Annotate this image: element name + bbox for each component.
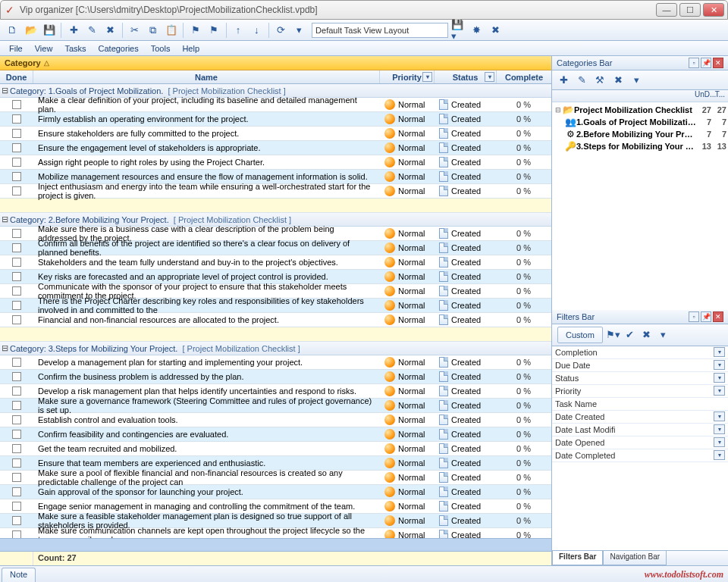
done-cell[interactable]: [0, 471, 33, 484]
task-row[interactable]: Make sure a pool of flexible financial a…: [0, 471, 551, 485]
menu-view[interactable]: View: [29, 42, 59, 55]
checkbox[interactable]: [12, 444, 21, 453]
tab-note[interactable]: Note: [2, 568, 36, 582]
menu-tools[interactable]: Tools: [145, 42, 177, 55]
filter-dropdown-icon[interactable]: ▾: [714, 360, 725, 370]
checkbox[interactable]: [12, 458, 21, 468]
maximize-button[interactable]: ☐: [679, 3, 701, 17]
done-cell[interactable]: [0, 227, 33, 240]
filter-dropdown-icon[interactable]: ▾: [714, 386, 725, 396]
filter-dropdown-icon[interactable]: ▾: [422, 72, 432, 82]
filter-clear-icon[interactable]: ✖: [639, 327, 655, 343]
col-complete[interactable]: Complete: [497, 70, 551, 83]
layout-delete-icon[interactable]: ✖: [487, 22, 503, 39]
custom-filter-button[interactable]: Custom: [557, 327, 603, 343]
cat-tool-icon[interactable]: ⚒: [592, 72, 608, 89]
checkbox[interactable]: [12, 315, 21, 324]
panel-pin-icon[interactable]: 📌: [701, 58, 711, 68]
filter-row[interactable]: Task Name: [552, 398, 728, 411]
checkbox[interactable]: [12, 487, 21, 496]
checkbox[interactable]: [12, 114, 21, 124]
task-row[interactable]: Develop a management plan for starting a…: [0, 355, 551, 370]
panel-close-icon[interactable]: ✕: [713, 311, 723, 322]
save-icon[interactable]: 💾: [41, 22, 57, 39]
filter-dropdown-icon[interactable]: ▾: [714, 373, 725, 383]
tool-icon-2[interactable]: ⚑: [206, 22, 221, 39]
tree-item[interactable]: 🔑3.Steps for Mobilizing Your Pro1313: [554, 140, 726, 152]
menu-tasks[interactable]: Tasks: [58, 42, 92, 55]
open-file-icon[interactable]: 📂: [23, 22, 39, 39]
done-cell[interactable]: [0, 355, 33, 369]
task-row[interactable]: Financial and non-financial resources ar…: [0, 313, 551, 327]
minimize-button[interactable]: —: [656, 3, 677, 17]
category-row[interactable]: ⊟Category: 3.Steps for Mobilizing Your P…: [0, 342, 551, 355]
delete-task-icon[interactable]: ✖: [102, 22, 118, 39]
done-cell[interactable]: [0, 170, 33, 183]
expand-icon[interactable]: ⊟: [554, 106, 562, 114]
filter-more-icon[interactable]: ▾: [655, 327, 672, 343]
checkbox[interactable]: [12, 301, 21, 310]
cat-add-icon[interactable]: ✚: [555, 72, 572, 89]
done-cell[interactable]: [0, 127, 33, 140]
done-cell[interactable]: [0, 241, 33, 255]
checkbox[interactable]: [12, 272, 21, 281]
cat-edit-icon[interactable]: ✎: [573, 72, 590, 89]
done-cell[interactable]: [0, 413, 33, 427]
checkbox[interactable]: [12, 358, 21, 367]
done-cell[interactable]: [0, 399, 33, 412]
done-cell[interactable]: [0, 485, 33, 499]
col-name[interactable]: Name: [33, 70, 380, 83]
layout-selector[interactable]: Default Task View Layout: [312, 23, 448, 38]
filter-dropdown-icon[interactable]: ▾: [714, 450, 725, 460]
checkbox[interactable]: [12, 415, 21, 424]
menu-file[interactable]: File: [3, 42, 29, 55]
task-row[interactable]: Make sure a governance framework (Steeri…: [0, 399, 551, 413]
checkbox[interactable]: [12, 502, 21, 511]
filter-flag-icon[interactable]: ⚑▾: [605, 327, 622, 343]
done-cell[interactable]: [0, 98, 33, 111]
done-cell[interactable]: [0, 427, 33, 441]
done-cell[interactable]: [0, 112, 33, 126]
filter-row[interactable]: Completion▾: [552, 346, 728, 359]
checkbox[interactable]: [12, 186, 21, 196]
checkbox[interactable]: [12, 229, 21, 238]
checkbox[interactable]: [12, 401, 21, 410]
tree-root[interactable]: ⊟📂Project Mobilization Checklist2727: [554, 104, 726, 116]
done-cell[interactable]: [0, 384, 33, 398]
tool-icon-1[interactable]: ⚑: [187, 22, 203, 39]
panel-menu-icon[interactable]: ▫: [689, 311, 699, 322]
task-row[interactable]: Ensure stakeholders are fully committed …: [0, 127, 551, 141]
checkbox[interactable]: [12, 243, 21, 252]
cat-more-icon[interactable]: ▾: [628, 72, 645, 89]
tree-item[interactable]: ⚙2.Before Mobilizing Your Projec77: [554, 128, 726, 140]
layout-save-icon[interactable]: 💾▾: [450, 22, 466, 39]
task-row[interactable]: Firmly establish an operating environmen…: [0, 112, 551, 127]
edit-task-icon[interactable]: ✎: [84, 22, 100, 39]
menu-help[interactable]: Help: [176, 42, 206, 55]
done-cell[interactable]: [0, 270, 33, 283]
done-cell[interactable]: [0, 299, 33, 312]
tab-filters-bar[interactable]: Filters Bar: [552, 551, 603, 565]
done-cell[interactable]: [0, 499, 33, 513]
done-cell[interactable]: [0, 514, 33, 527]
task-row[interactable]: Gain approval of the sponsor for launchi…: [0, 485, 551, 499]
panel-menu-icon[interactable]: ▫: [689, 58, 699, 68]
cut-icon[interactable]: ✂: [127, 22, 143, 39]
new-task-icon[interactable]: ✚: [65, 22, 81, 39]
filter-dropdown-icon[interactable]: ▾: [485, 72, 494, 82]
refresh-icon[interactable]: ⟳: [273, 22, 289, 39]
dropdown-icon[interactable]: ▾: [291, 22, 307, 39]
checkbox[interactable]: [12, 516, 21, 525]
checkbox[interactable]: [12, 286, 21, 296]
done-cell[interactable]: [0, 155, 33, 169]
filter-dropdown-icon[interactable]: ▾: [714, 437, 725, 447]
filter-check-icon[interactable]: ✔: [622, 327, 639, 343]
layout-tool-icon[interactable]: ✸: [469, 22, 485, 39]
cat-delete-icon[interactable]: ✖: [610, 72, 626, 89]
task-row[interactable]: Confirm all benefits of the project are …: [0, 241, 551, 255]
task-row[interactable]: Assign right people to right roles by us…: [0, 155, 551, 170]
task-row[interactable]: Stakeholders and the team fully understa…: [0, 255, 551, 270]
checkbox[interactable]: [12, 158, 21, 167]
done-cell[interactable]: [0, 370, 33, 383]
checkbox[interactable]: [12, 258, 21, 267]
